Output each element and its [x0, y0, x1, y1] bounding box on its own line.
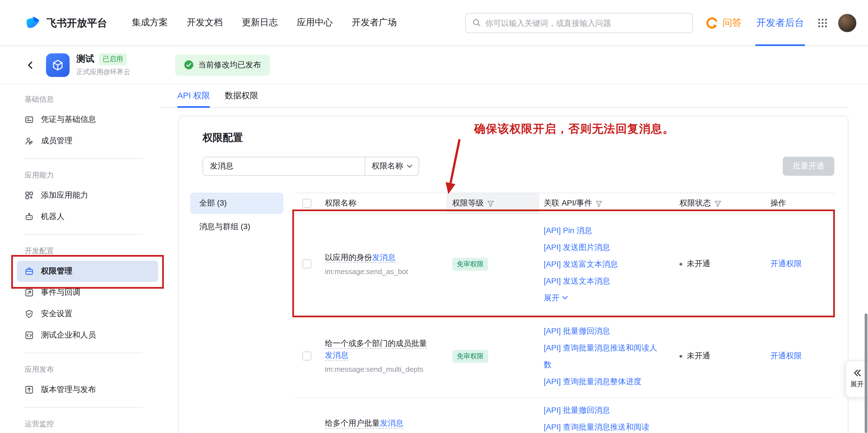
brand-name: 飞书开放平台	[46, 16, 107, 29]
search-filter-select[interactable]: 权限名称	[365, 157, 418, 175]
tab-data-permissions[interactable]: 数据权限	[225, 84, 258, 107]
divider	[24, 407, 143, 408]
permission-name[interactable]: 给多个用户批量发消息	[325, 417, 433, 429]
table-header: 权限名称 权限等级 关联 API/事件	[294, 193, 834, 214]
nav-search-input[interactable]	[485, 18, 686, 27]
sidebar-item-permissions[interactable]: 权限管理	[17, 261, 158, 282]
table-row: 给一个或多个部门的成员批量发消息 im:message:send_multi_d…	[294, 315, 834, 398]
qa-icon	[705, 16, 719, 29]
permission-name[interactable]: 给一个或多个部门的成员批量发消息	[325, 338, 433, 361]
publish-status-pill: 当前修改均已发布	[175, 54, 270, 76]
page-title: 权限配置	[203, 131, 834, 144]
api-link[interactable]: [API] 发送文本消息	[544, 272, 661, 289]
apps-grid-icon[interactable]	[817, 18, 828, 28]
api-link[interactable]: [API] 查询批量消息推送和阅读人数	[544, 339, 661, 373]
sidebar-section-capabilities: 应用能力	[17, 166, 158, 185]
sidebar-item-test-enterprise[interactable]: 测试企业和人员	[17, 325, 158, 346]
sidebar-section-basic-info: 基础信息	[17, 90, 158, 109]
sidebar-item-credentials[interactable]: 凭证与基础信息	[17, 109, 158, 130]
api-link[interactable]: [API] 查询批量消息整体进度	[544, 373, 661, 390]
sidebar-item-label: 权限管理	[41, 266, 72, 276]
api-link[interactable]: [API] 批量撤回消息	[544, 402, 661, 418]
nav-item-developer-console[interactable]: 开发者后台	[756, 0, 804, 46]
double-chevron-left-icon	[853, 369, 861, 377]
category-all[interactable]: 全部 (3)	[190, 193, 283, 214]
header-label: 关联 API/事件	[544, 198, 592, 208]
level-badge: 免审权限	[452, 258, 488, 270]
divider	[24, 234, 143, 235]
nav-item-changelog[interactable]: 更新日志	[242, 17, 278, 29]
level-badge: 免审权限	[452, 350, 488, 363]
sidebar-item-security[interactable]: 安全设置	[17, 303, 158, 325]
chevron-down-icon	[406, 165, 412, 168]
name-prefix: 给一个或多个部门的成员批量	[325, 339, 427, 348]
qa-label: 问答	[723, 16, 742, 29]
row-checkbox[interactable]	[303, 259, 311, 268]
enable-permission-link[interactable]: 开通权限	[770, 259, 802, 268]
expand-apis-link[interactable]: 展开	[544, 289, 661, 306]
row-checkbox[interactable]	[303, 352, 311, 360]
sidebar-item-bot[interactable]: 机器人	[17, 206, 158, 227]
name-highlight: 发消息	[380, 418, 403, 427]
app-meta: 测试 已启用 正式应用@环界云	[76, 53, 130, 77]
api-link[interactable]: [API] 发送富文本消息	[544, 256, 661, 272]
divider	[24, 353, 143, 353]
id-card-icon	[25, 115, 34, 124]
permission-name-cell: 给多个用户批量发消息	[320, 398, 446, 429]
permission-search-input[interactable]	[203, 157, 365, 175]
nav-item-integration[interactable]: 集成方案	[132, 17, 168, 29]
nav-item-app-center[interactable]: 应用中心	[297, 17, 333, 29]
nav-search[interactable]	[465, 12, 693, 33]
sidebar-item-events[interactable]: 事件与回调	[17, 282, 158, 303]
filter-funnel-icon[interactable]	[596, 200, 603, 207]
enable-permission-link[interactable]: 开通权限	[770, 351, 802, 360]
sidebar-item-add-capability[interactable]: 添加应用能力	[17, 185, 158, 206]
header-api: 关联 API/事件	[539, 193, 671, 213]
code-box-icon	[25, 331, 34, 340]
select-all-checkbox[interactable]	[303, 199, 311, 208]
app-header: 测试 已启用 正式应用@环界云 当前修改均已发布	[0, 46, 868, 84]
name-highlight: 发消息	[325, 350, 348, 359]
category-im-group[interactable]: 消息与群组 (3)	[190, 216, 283, 237]
check-circle-icon	[184, 60, 193, 70]
api-list: [API] 批量撤回消息 [API] 查询批量消息推送和阅读人数 [API] 查…	[539, 315, 671, 398]
brand[interactable]: 飞书开放平台	[25, 14, 107, 31]
api-link[interactable]: [API] 批量撤回消息	[544, 322, 661, 339]
header-label: 权限名称	[325, 198, 356, 208]
sidebar-item-label: 测试企业和人员	[41, 330, 96, 340]
permission-name[interactable]: 以应用的身份发消息	[325, 251, 433, 263]
app-subtitle: 正式应用@环界云	[76, 67, 130, 77]
search-filter-label: 权限名称	[372, 161, 403, 171]
status-text: 未开通	[687, 259, 710, 269]
avatar[interactable]	[838, 13, 857, 32]
header-label: 权限状态	[680, 198, 711, 208]
permission-name-cell: 以应用的身份发消息 im:message:send_as_bot	[320, 251, 446, 277]
arrow-box-icon	[25, 288, 34, 297]
scrollbar[interactable]	[865, 313, 867, 433]
table-row: 以应用的身份发消息 im:message:send_as_bot 免审权限 [A…	[294, 214, 834, 315]
qa-link[interactable]: 问答	[705, 16, 742, 29]
status-text: 未开通	[687, 351, 710, 361]
api-link[interactable]: [API] 发送图片消息	[544, 239, 661, 256]
sidebar-item-members[interactable]: 成员管理	[17, 130, 158, 152]
tab-label: API 权限	[177, 90, 210, 101]
level-cell: 免审权限	[446, 258, 539, 270]
batch-enable-button[interactable]: 批量开通	[783, 157, 834, 176]
tab-api-permissions[interactable]: API 权限	[177, 84, 210, 107]
sidebar-item-label: 安全设置	[41, 309, 72, 319]
filter-funnel-icon[interactable]	[487, 200, 494, 207]
main: API 权限 数据权限 权限配置 权限名称	[159, 84, 868, 433]
nav-item-developer-plaza[interactable]: 开发者广场	[352, 17, 397, 29]
api-link[interactable]: [API] 查询批量消息推送和阅读	[544, 418, 661, 433]
row-checkbox-cell	[294, 259, 320, 268]
permission-code: im:message:send_as_bot	[325, 266, 433, 277]
grid-plus-icon	[25, 191, 34, 200]
sidebar-item-version-release[interactable]: 版本管理与发布	[17, 379, 158, 400]
action-cell: 开通权限	[764, 351, 835, 361]
nav-item-docs[interactable]: 开发文档	[187, 17, 223, 29]
back-icon[interactable]	[26, 60, 35, 69]
permission-card: 权限配置 权限名称 批量开通 全	[179, 116, 848, 433]
api-link[interactable]: [API] Pin 消息	[544, 222, 661, 239]
name-prefix: 以应用的身份	[325, 253, 372, 261]
filter-funnel-icon[interactable]	[714, 200, 721, 207]
